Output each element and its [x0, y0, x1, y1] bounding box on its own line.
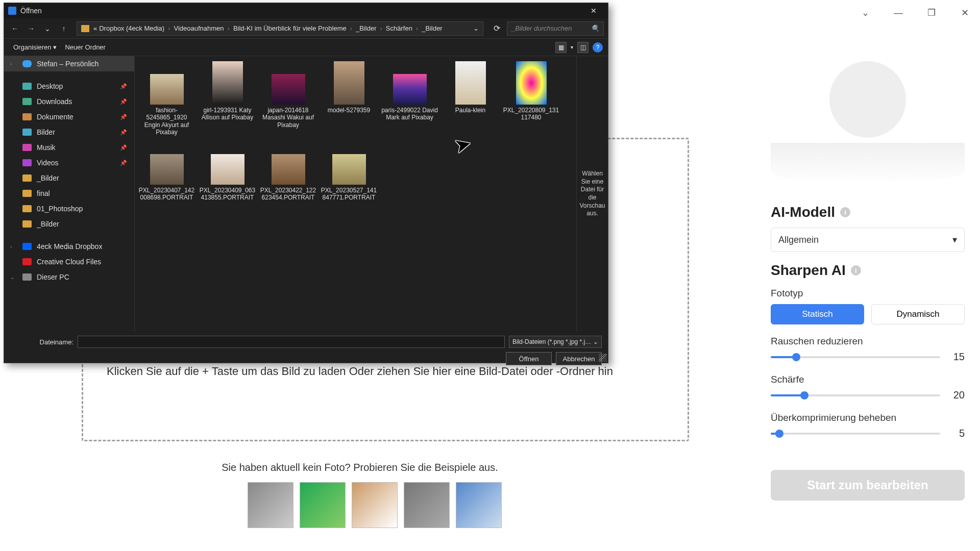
- minimize-icon[interactable]: —: [888, 3, 909, 23]
- file-item[interactable]: japan-2014618 Masashi Wakui auf Pixabay: [259, 61, 317, 136]
- pin-icon: 📌: [120, 114, 127, 120]
- recent-icon[interactable]: ⌄: [41, 22, 54, 35]
- new-folder-button[interactable]: Neuer Ordner: [61, 41, 109, 53]
- sidebar-item-desktop[interactable]: Desktop📌: [4, 79, 134, 94]
- sidebar-item-videos[interactable]: Videos📌: [4, 155, 134, 170]
- sidebar-item-folder[interactable]: 01_Photoshop: [4, 201, 134, 216]
- close-icon[interactable]: ✕: [583, 7, 604, 15]
- dialog-toolbar: Organisieren ▾ Neuer Ordner ▦ ▾ ◫ ?: [4, 39, 608, 56]
- search-placeholder: _Bilder durchsuchen: [511, 24, 572, 32]
- ai-model-title: AI-Modell i: [771, 204, 965, 220]
- preview-wave: [771, 143, 965, 184]
- noise-label: Rauschen reduzieren: [771, 336, 965, 347]
- back-icon[interactable]: ←: [8, 22, 21, 35]
- file-item[interactable]: fashion-5245865_1920 Engin Akyurt auf Pi…: [138, 61, 195, 136]
- open-button[interactable]: Öffnen: [506, 352, 552, 365]
- file-item[interactable]: girl-1293931 Katy Allison auf Pixabay: [199, 61, 256, 136]
- phototype-label: Fototyp: [771, 288, 965, 299]
- ai-model-select[interactable]: Allgemein ▾: [771, 228, 965, 252]
- breadcrumb-item[interactable]: «: [93, 24, 97, 32]
- help-icon[interactable]: ?: [593, 42, 603, 53]
- info-icon[interactable]: i: [840, 207, 850, 217]
- sidebar-item-music[interactable]: Musik📌: [4, 140, 134, 155]
- chevron-down-icon: ▾: [952, 234, 957, 245]
- search-icon: 🔍: [591, 24, 599, 32]
- sidebar-item-cc[interactable]: Creative Cloud Files: [4, 254, 134, 269]
- sidebar-item-dropbox[interactable]: ›4eck Media Dropbox: [4, 239, 134, 254]
- chevron-down-icon[interactable]: ▾: [571, 44, 573, 50]
- example-thumb[interactable]: [352, 482, 398, 528]
- pin-icon: 📌: [120, 83, 127, 90]
- file-item[interactable]: model-5279359: [320, 61, 378, 136]
- organize-menu[interactable]: Organisieren ▾: [9, 41, 61, 53]
- sidebar-item-folder[interactable]: final: [4, 186, 134, 201]
- start-button[interactable]: Start zum bearbeiten: [771, 470, 965, 500]
- filename-input[interactable]: [78, 336, 505, 348]
- maximize-icon[interactable]: ❐: [921, 3, 942, 23]
- pin-icon: 📌: [120, 144, 127, 151]
- sidebar-item-pc[interactable]: ⌄Dieser PC: [4, 269, 134, 285]
- app-icon: [8, 7, 16, 15]
- overcomp-slider[interactable]: [771, 433, 940, 435]
- static-button[interactable]: Statisch: [771, 304, 864, 324]
- dynamic-button[interactable]: Dynamisch: [871, 304, 965, 324]
- file-item[interactable]: PXL_20220809_131117480: [502, 61, 560, 136]
- file-open-dialog: Öffnen ✕ ← → ⌄ ↑ « Dropbox (4eck Media)›…: [4, 3, 608, 363]
- resize-grip[interactable]: [599, 354, 607, 362]
- example-thumb[interactable]: [404, 482, 450, 528]
- file-item[interactable]: PXL_20230407_142008698.PORTRAIT: [138, 141, 195, 202]
- file-item[interactable]: PXL_20230422_122623454.PORTRAIT: [259, 141, 317, 202]
- file-item[interactable]: paris-2499022 David Mark auf Pixabay: [381, 61, 438, 136]
- breadcrumb-item[interactable]: Schärfen: [386, 24, 412, 32]
- info-icon[interactable]: i: [851, 265, 861, 276]
- sidebar-item-folder[interactable]: _Bilder: [4, 216, 134, 232]
- sharp-slider[interactable]: [771, 394, 940, 396]
- sharp-value: 20: [946, 389, 965, 401]
- forward-icon[interactable]: →: [24, 22, 38, 35]
- sharpen-title: Sharpen AI i: [771, 262, 965, 279]
- breadcrumb[interactable]: « Dropbox (4eck Media)› Videoaufnahmen› …: [77, 21, 483, 36]
- collapse-icon[interactable]: ⌄: [855, 3, 875, 23]
- example-thumb[interactable]: [300, 482, 346, 528]
- example-thumb[interactable]: [456, 482, 502, 528]
- chevron-down-icon[interactable]: ⌄: [473, 24, 479, 32]
- dialog-footer: Dateiname: Bild-Dateien (*.png *.jpg *.j…: [4, 332, 608, 369]
- file-item[interactable]: Paula-klein: [442, 61, 499, 136]
- sidebar-item-documents[interactable]: Dokumente📌: [4, 109, 134, 124]
- ai-model-label: AI-Modell: [771, 204, 835, 220]
- breadcrumb-item[interactable]: _Bilder: [422, 24, 442, 32]
- breadcrumb-item[interactable]: Dropbox (4eck Media): [99, 24, 164, 32]
- file-filter-select[interactable]: Bild-Dateien (*.png *.jpg *.jpeg) ⌄: [509, 336, 602, 348]
- filename-label: Dateiname:: [10, 338, 74, 346]
- breadcrumb-item[interactable]: Bild-KI im Überblick für viele Probleme: [233, 24, 347, 32]
- preview-hint: Wählen Sie eine Datei für die Vorschau a…: [579, 170, 605, 218]
- noise-slider[interactable]: [771, 356, 940, 358]
- ai-model-value: Allgemein: [778, 235, 819, 245]
- chevron-down-icon: ▾: [53, 43, 57, 51]
- file-item[interactable]: PXL_20230527_141847771.PORTRAIT: [320, 141, 378, 202]
- pin-icon: 📌: [120, 98, 127, 105]
- sidebar-item-pictures[interactable]: Bilder📌: [4, 124, 134, 140]
- preview-pane-icon[interactable]: ◫: [577, 42, 589, 53]
- view-mode-icon[interactable]: ▦: [555, 42, 567, 53]
- noise-value: 15: [946, 351, 965, 363]
- filter-value: Bild-Dateien (*.png *.jpg *.jpeg): [512, 338, 593, 345]
- overcomp-label: Überkomprimierung beheben: [771, 412, 965, 423]
- search-input[interactable]: _Bilder durchsuchen 🔍: [507, 21, 604, 36]
- breadcrumb-item[interactable]: _Bilder: [356, 24, 376, 32]
- up-icon[interactable]: ↑: [57, 22, 70, 35]
- dialog-nav: ← → ⌄ ↑ « Dropbox (4eck Media)› Videoauf…: [4, 18, 608, 39]
- breadcrumb-item[interactable]: Videoaufnahmen: [174, 24, 224, 32]
- file-item[interactable]: PXL_20230409_063413855.PORTRAIT: [199, 141, 256, 202]
- preview-pane: Wählen Sie eine Datei für die Vorschau a…: [576, 56, 608, 332]
- close-icon[interactable]: ✕: [954, 3, 975, 23]
- sidebar-item-downloads[interactable]: Downloads📌: [4, 94, 134, 109]
- refresh-icon[interactable]: ⟳: [489, 21, 504, 36]
- example-thumb[interactable]: [248, 482, 293, 528]
- pin-icon: 📌: [120, 129, 127, 136]
- cancel-button[interactable]: Abbrechen: [556, 352, 602, 365]
- chevron-down-icon: ⌄: [593, 338, 598, 345]
- sidebar-item-personal[interactable]: ›Stefan – Persönlich: [4, 56, 134, 71]
- sidebar-item-folder[interactable]: _Bilder: [4, 170, 134, 186]
- dialog-titlebar: Öffnen ✕: [4, 3, 608, 18]
